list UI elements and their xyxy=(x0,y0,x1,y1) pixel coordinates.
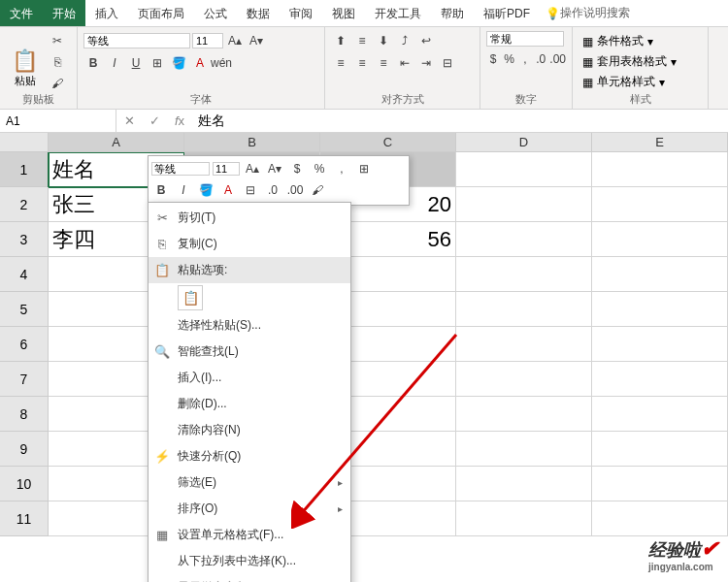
underline-button[interactable]: U xyxy=(126,53,146,73)
align-middle-icon[interactable]: ≡ xyxy=(352,31,372,50)
col-header-c[interactable]: C xyxy=(320,133,456,152)
ctx-insert[interactable]: 插入(I)... xyxy=(149,365,350,391)
phonetic-icon[interactable]: wén xyxy=(212,53,231,73)
mini-fill-color-icon[interactable]: 🪣 xyxy=(196,180,215,200)
row-header[interactable]: 11 xyxy=(0,501,49,536)
select-all-corner[interactable] xyxy=(0,133,49,152)
menu-formulas[interactable]: 公式 xyxy=(194,0,237,26)
cell[interactable] xyxy=(592,257,728,292)
col-header-a[interactable]: A xyxy=(49,133,184,152)
row-header[interactable]: 4 xyxy=(0,257,49,292)
mini-format-painter-icon[interactable]: 🖌 xyxy=(308,180,327,200)
merge-icon[interactable]: ⊟ xyxy=(438,53,457,73)
row-header[interactable]: 7 xyxy=(0,362,49,397)
formula-input[interactable] xyxy=(192,110,728,132)
menu-layout[interactable]: 页面布局 xyxy=(128,0,194,26)
orientation-icon[interactable]: ⤴ xyxy=(395,31,414,50)
row-header[interactable]: 10 xyxy=(0,467,49,501)
font-name-select[interactable] xyxy=(83,33,190,48)
menu-insert[interactable]: 插入 xyxy=(85,0,128,26)
increase-indent-icon[interactable]: ⇥ xyxy=(416,53,436,73)
cut-icon[interactable]: ✂ xyxy=(48,31,67,50)
ctx-delete[interactable]: 删除(D)... xyxy=(149,391,350,417)
currency-icon[interactable]: $ xyxy=(486,49,500,69)
decrease-decimal-icon[interactable]: .00 xyxy=(549,49,566,69)
cell[interactable] xyxy=(456,222,592,257)
confirm-icon[interactable]: ✓ xyxy=(142,113,167,128)
ctx-cut[interactable]: ✂剪切(T) xyxy=(149,205,350,231)
cell[interactable] xyxy=(592,501,728,536)
font-color-icon[interactable]: A xyxy=(190,53,210,73)
increase-decimal-icon[interactable]: .0 xyxy=(534,49,547,69)
cell[interactable] xyxy=(592,222,728,257)
cell[interactable] xyxy=(456,467,592,501)
align-center-icon[interactable]: ≡ xyxy=(352,53,372,73)
mini-decrease-font-icon[interactable]: A▾ xyxy=(265,159,284,178)
menu-review[interactable]: 审阅 xyxy=(280,0,322,26)
format-painter-icon[interactable]: 🖌 xyxy=(48,74,67,93)
mini-decimal-dec-icon[interactable]: .00 xyxy=(285,180,305,200)
cell[interactable] xyxy=(592,432,728,467)
cell[interactable] xyxy=(592,397,728,432)
menu-help[interactable]: 帮助 xyxy=(431,0,474,26)
row-header[interactable]: 6 xyxy=(0,327,49,362)
menu-view[interactable]: 视图 xyxy=(322,0,365,26)
border-icon[interactable]: ⊞ xyxy=(148,53,167,73)
table-format-button[interactable]: ▦套用表格格式▾ xyxy=(579,51,702,72)
cell[interactable] xyxy=(456,397,592,432)
row-header[interactable]: 2 xyxy=(0,187,49,222)
bold-button[interactable]: B xyxy=(83,53,103,73)
ctx-quick-analysis[interactable]: ⚡快速分析(Q) xyxy=(149,443,350,469)
row-header[interactable]: 5 xyxy=(0,292,49,327)
col-header-d[interactable]: D xyxy=(456,133,592,152)
mini-font-size[interactable] xyxy=(213,162,240,176)
menu-pdf[interactable]: 福昕PDF xyxy=(474,0,540,26)
row-header[interactable]: 1 xyxy=(0,152,49,187)
align-bottom-icon[interactable]: ⬇ xyxy=(374,31,393,50)
font-size-select[interactable] xyxy=(192,33,223,48)
cell-style-button[interactable]: ▦单元格样式▾ xyxy=(579,72,702,92)
col-header-e[interactable]: E xyxy=(592,133,728,152)
ctx-paste-special[interactable]: 选择性粘贴(S)... xyxy=(149,312,350,339)
mini-border-icon[interactable]: ⊞ xyxy=(354,159,374,178)
cancel-icon[interactable]: ✕ xyxy=(116,113,142,128)
cell[interactable] xyxy=(592,292,728,327)
ctx-filter[interactable]: 筛选(E) xyxy=(149,469,350,496)
row-header[interactable]: 9 xyxy=(0,432,49,467)
mini-increase-font-icon[interactable]: A▴ xyxy=(243,159,262,178)
row-header[interactable]: 3 xyxy=(0,222,49,257)
copy-icon[interactable]: ⎘ xyxy=(48,52,67,72)
percent-icon[interactable]: % xyxy=(502,49,515,69)
align-right-icon[interactable]: ≡ xyxy=(374,53,393,73)
cell[interactable] xyxy=(592,362,728,397)
cell[interactable] xyxy=(456,292,592,327)
tell-me-search[interactable]: 💡 操作说明搜索 xyxy=(540,0,636,26)
number-format-select[interactable] xyxy=(486,31,564,47)
fill-color-icon[interactable]: 🪣 xyxy=(169,53,188,73)
cell[interactable] xyxy=(456,432,592,467)
cell[interactable] xyxy=(592,467,728,501)
cell[interactable] xyxy=(456,152,592,187)
menu-home[interactable]: 开始 xyxy=(43,0,85,26)
ctx-format-cells[interactable]: ▦设置单元格格式(F)... xyxy=(149,522,350,548)
menu-data[interactable]: 数据 xyxy=(237,0,280,26)
col-header-b[interactable]: B xyxy=(184,133,320,152)
decrease-font-icon[interactable]: A▾ xyxy=(247,31,266,50)
cell[interactable] xyxy=(456,187,592,222)
comma-icon[interactable]: , xyxy=(518,49,532,69)
ctx-clear[interactable]: 清除内容(N) xyxy=(149,417,350,443)
cell[interactable] xyxy=(592,152,728,187)
increase-font-icon[interactable]: A▴ xyxy=(225,31,245,50)
wrap-text-icon[interactable]: ↩ xyxy=(416,31,436,50)
conditional-format-button[interactable]: ▦条件格式▾ xyxy=(579,31,702,51)
cell[interactable] xyxy=(592,187,728,222)
ctx-dropdown-select[interactable]: 从下拉列表中选择(K)... xyxy=(149,548,350,574)
mini-currency-icon[interactable]: $ xyxy=(287,159,307,178)
ctx-smart-lookup[interactable]: 🔍智能查找(L) xyxy=(149,339,350,365)
cell[interactable] xyxy=(456,362,592,397)
mini-percent-icon[interactable]: % xyxy=(310,159,329,178)
ctx-sort[interactable]: 排序(O) xyxy=(149,496,350,522)
mini-decimal-inc-icon[interactable]: .0 xyxy=(263,180,282,200)
mini-bold-button[interactable]: B xyxy=(151,180,171,200)
menu-file[interactable]: 文件 xyxy=(0,0,43,26)
